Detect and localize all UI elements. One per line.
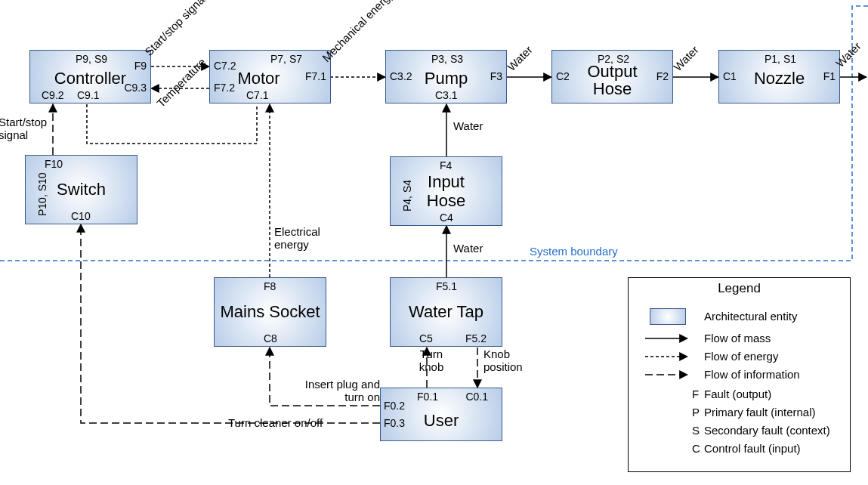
port-f71: F7.1 xyxy=(305,70,326,82)
port-f4: F4 xyxy=(440,159,452,171)
legend-mass: Flow of mass xyxy=(704,332,771,344)
port-p1s1: P1, S1 xyxy=(765,53,796,65)
entity-inputhose: F4 P4, S4 Input Hose C4 xyxy=(390,156,502,226)
port-c8: C8 xyxy=(264,332,277,344)
inputhose-title2: Hose xyxy=(391,191,502,211)
legend-S: S xyxy=(692,424,700,437)
port-f8: F8 xyxy=(264,280,276,292)
entity-switch: F10 P10, S10 Switch C10 xyxy=(25,155,137,224)
label-mechanical: Mechanical energy xyxy=(320,0,396,64)
entity-watertap: F5.1 Water Tap C5 F5.2 xyxy=(390,277,502,347)
port-c91: C9.1 xyxy=(77,89,100,101)
port-f10: F10 xyxy=(45,158,63,170)
port-f9: F9 xyxy=(134,60,147,72)
label-water5: Water xyxy=(453,242,483,255)
motor-title: Motor xyxy=(199,69,319,88)
label-insertplug: Insert plug and turn on xyxy=(297,378,380,403)
entity-controller: P9, S9 Controller F9 C9.3 C9.2 C9.1 xyxy=(29,50,151,103)
label-sysboundary: System boundary xyxy=(530,245,618,258)
legend-C: C xyxy=(692,442,700,455)
port-c4: C4 xyxy=(440,212,453,224)
inputhose-title1: Input xyxy=(391,172,502,192)
label-water2: Water xyxy=(671,43,701,73)
port-p9s9: P9, S9 xyxy=(76,53,107,65)
port-f3: F3 xyxy=(490,70,502,82)
entity-mainssocket: F8 Mains Socket C8 xyxy=(214,277,326,347)
legend-F-desc: Fault (output) xyxy=(704,388,771,400)
port-f51: F5.1 xyxy=(436,280,457,292)
entity-user: F0.1 C0.1 User F0.2 F0.3 xyxy=(380,388,502,441)
port-f52: F5.2 xyxy=(465,332,487,344)
label-water1: Water xyxy=(505,43,535,73)
legend-F: F xyxy=(692,388,699,400)
port-c5: C5 xyxy=(419,332,433,344)
label-turncleaner: Turn cleaner on/off xyxy=(228,416,323,429)
pump-title: Pump xyxy=(386,69,506,88)
port-c10: C10 xyxy=(71,210,91,222)
mainssocket-title: Mains Socket xyxy=(215,302,326,322)
label-water3: Water xyxy=(833,39,863,70)
legend-C-desc: Control fault (input) xyxy=(704,442,801,455)
outputhose-title2: Hose xyxy=(552,79,672,99)
port-f03: F0.3 xyxy=(384,417,405,429)
watertap-title: Water Tap xyxy=(391,302,502,322)
legend-info: Flow of information xyxy=(704,368,800,381)
switch-title: Switch xyxy=(26,180,137,199)
port-c71: C7.1 xyxy=(246,89,269,101)
entity-motor: C7.2 F7.2 P7, S7 Motor F7.1 C7.1 xyxy=(209,50,331,103)
label-water4: Water xyxy=(453,119,483,132)
legend-S-desc: Secondary fault (context) xyxy=(704,424,830,437)
port-f2: F2 xyxy=(656,70,669,82)
port-c93: C9.3 xyxy=(124,82,147,94)
legend-box: Legend Architectural entity Flow of mass… xyxy=(628,277,851,472)
legend-P: P xyxy=(692,406,700,419)
port-f1: F1 xyxy=(823,70,836,82)
port-f01: F0.1 xyxy=(417,391,438,403)
nozzle-title: Nozzle xyxy=(719,69,839,88)
label-startstop-ctrl: Start/stop signal xyxy=(142,0,209,58)
entity-outputhose: C2 P2, S2 Output Hose F2 xyxy=(551,50,673,103)
label-turnknob: Turn knob xyxy=(412,348,450,373)
port-f02: F0.2 xyxy=(384,400,405,412)
port-c31: C3.1 xyxy=(435,89,458,101)
port-c92: C9.2 xyxy=(42,89,64,101)
entity-nozzle: C1 P1, S1 Nozzle F1 xyxy=(718,50,840,103)
flow-c91-c71 xyxy=(87,104,257,144)
port-p7s7: P7, S7 xyxy=(270,53,302,65)
diagram-stage: P9, S9 Controller F9 C9.3 C9.2 C9.1 C7.2… xyxy=(0,0,868,485)
label-knobpos: Knob position xyxy=(483,348,536,373)
entity-pump: C3.2 P3, S3 Pump F3 C3.1 xyxy=(385,50,507,103)
label-electrical: Electrical energy xyxy=(274,225,335,251)
legend-P-desc: Primary fault (internal) xyxy=(704,406,816,419)
port-c01: C0.1 xyxy=(465,391,488,403)
port-p3s3: P3, S3 xyxy=(431,53,463,65)
legend-energy: Flow of energy xyxy=(704,350,778,363)
label-startstop-switch: Start/stop signal xyxy=(0,116,59,141)
